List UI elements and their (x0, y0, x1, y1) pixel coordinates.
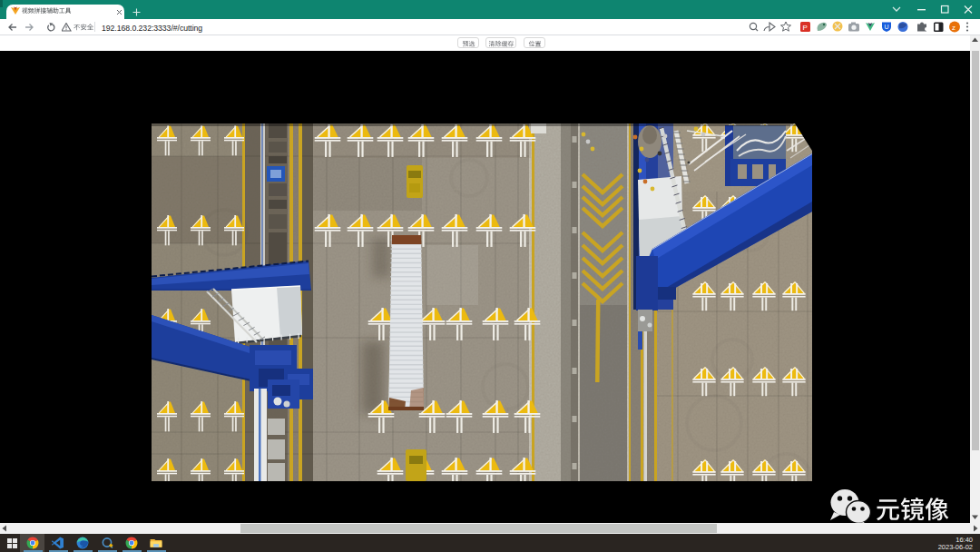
svg-text:z: z (952, 24, 956, 32)
svg-text:P: P (803, 24, 808, 32)
svg-text:U: U (885, 24, 889, 30)
